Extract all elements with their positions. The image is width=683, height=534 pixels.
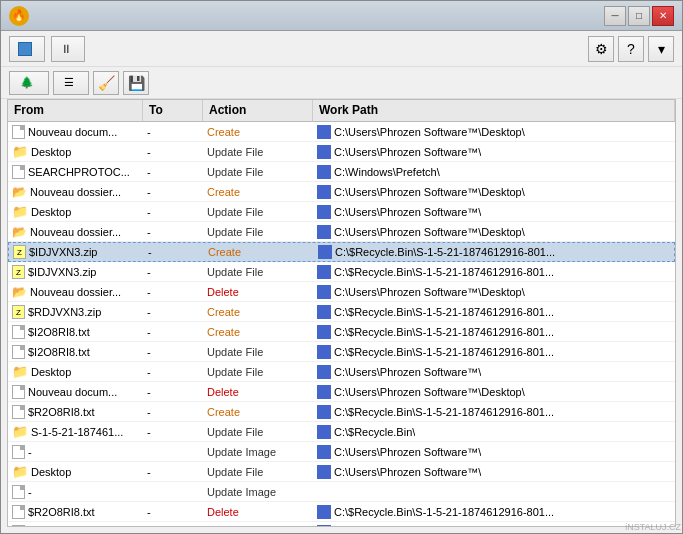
path-icon <box>317 385 331 399</box>
table-row[interactable]: $I2O8RI8.txt - Update File C:\$Recycle.B… <box>8 342 675 362</box>
folder-icon: 📁 <box>12 364 28 379</box>
header-path: Work Path <box>313 100 675 121</box>
minimize-button[interactable]: ─ <box>604 6 626 26</box>
table-row[interactable]: 📂Nouveau dossier... - Delete C:\Users\Ph… <box>8 282 675 302</box>
table-row[interactable]: $R2O8RI8.txt - Delete C:\$Recycle.Bin\S-… <box>8 502 675 522</box>
folder-icon: 📁 <box>12 464 28 479</box>
header-from: From <box>8 100 143 121</box>
path-cell: C:\$Recycle.Bin\S-1-5-21-1874612916-801.… <box>314 243 674 261</box>
action-cell: Update File <box>203 164 313 180</box>
table-row[interactable]: Z$RDJVXN3.zip - Create C:\$Recycle.Bin\S… <box>8 302 675 322</box>
watermark: iNSTALUJ.CZ <box>625 522 681 532</box>
table-row[interactable]: $I2O8RI8.txt - Create C:\$Recycle.Bin\S-… <box>8 322 675 342</box>
path-cell: C:\Users\Phrozen Software™\ <box>313 443 675 461</box>
action-cell: Create <box>203 184 313 200</box>
settings-button[interactable]: ⚙ <box>588 36 614 62</box>
view-toolbar: 🌲 ☰ 🧹 💾 <box>1 67 682 99</box>
list-icon: ☰ <box>64 76 74 89</box>
to-cell: - <box>143 324 203 340</box>
from-cell: $R2O8RI8.txt <box>8 403 143 421</box>
from-cell: $R2O8RI8.txt <box>8 503 143 521</box>
table-row[interactable]: 📁Desktop - Update File C:\Users\Phrozen … <box>8 142 675 162</box>
table-row[interactable]: Z$IDJVXN3.zip - Create C:\$Recycle.Bin\S… <box>8 242 675 262</box>
from-cell: $I2O8RI8.txt <box>8 323 143 341</box>
stop-icon <box>18 42 32 56</box>
path-cell: C:\$Recycle.Bin\S-1-5-21-1874612916-801.… <box>313 263 675 281</box>
path-cell: C:\Users\Phrozen Software™\Desktop\ <box>313 223 675 241</box>
table-row[interactable]: 📁Desktop - Update File C:\Users\Phrozen … <box>8 362 675 382</box>
table-body[interactable]: Nouveau docum... - Create C:\Users\Phroz… <box>8 122 675 526</box>
pause-button[interactable]: ⏸ <box>51 36 85 62</box>
zip-icon: Z <box>12 305 25 319</box>
file-doc-icon <box>12 385 25 399</box>
file-doc-icon <box>12 125 25 139</box>
table-row[interactable]: 📁S-1-5-21-187461... - Update File C:\$Re… <box>8 422 675 442</box>
path-icon <box>317 525 331 527</box>
from-cell: 📂Nouveau dossier... <box>8 183 143 201</box>
to-cell: - <box>143 364 203 380</box>
action-cell: Delete <box>203 384 313 400</box>
from-cell: 📁Desktop <box>8 362 143 381</box>
table-row[interactable]: 📁Desktop - Update File C:\Users\Phrozen … <box>8 202 675 222</box>
from-cell: 📁Desktop <box>8 202 143 221</box>
to-cell: - <box>143 384 203 400</box>
to-cell: - <box>143 304 203 320</box>
path-icon <box>317 465 331 479</box>
table-row[interactable]: 📂Nouveau dossier... - Create C:\Users\Ph… <box>8 182 675 202</box>
table-row[interactable]: $R2O8RI8.txt - Create C:\$Recycle.Bin\S-… <box>8 402 675 422</box>
path-cell: C:\Users\Phrozen Software™\Desktop\ <box>313 123 675 141</box>
action-cell: Update File <box>203 364 313 380</box>
pause-icon: ⏸ <box>60 42 72 56</box>
new-folder-icon: 📂 <box>12 285 27 299</box>
action-cell: Update Image <box>203 444 313 460</box>
action-cell: Update File <box>203 144 313 160</box>
table-row[interactable]: Z$RDJVXN3.zip - Delete C:\$Recycle.Bin\S… <box>8 522 675 526</box>
path-cell: C:\$Recycle.Bin\S-1-5-21-1874612916-801.… <box>313 403 675 421</box>
table-row[interactable]: 📁Desktop - Update File C:\Users\Phrozen … <box>8 462 675 482</box>
file-doc-icon <box>12 505 25 519</box>
stop-button[interactable] <box>9 36 45 62</box>
file-doc-icon <box>12 405 25 419</box>
title-buttons: ─ □ ✕ <box>604 6 674 26</box>
table-header: From To Action Work Path <box>8 100 675 122</box>
help-button[interactable]: ? <box>618 36 644 62</box>
table-row[interactable]: Z$IDJVXN3.zip - Update File C:\$Recycle.… <box>8 262 675 282</box>
table-row[interactable]: - Update Image <box>8 482 675 502</box>
action-cell: Update File <box>203 424 313 440</box>
from-cell: - <box>8 443 143 461</box>
close-button[interactable]: ✕ <box>652 6 674 26</box>
maximize-button[interactable]: □ <box>628 6 650 26</box>
table-row[interactable]: Nouveau docum... - Delete C:\Users\Phroz… <box>8 382 675 402</box>
to-cell: - <box>143 504 203 520</box>
list-button[interactable]: ☰ <box>53 71 89 95</box>
action-cell: Delete <box>203 284 313 300</box>
file-doc-icon <box>12 445 25 459</box>
from-cell: Z$IDJVXN3.zip <box>8 263 143 281</box>
path-cell: C:\Users\Phrozen Software™\ <box>313 463 675 481</box>
app-icon: 🔥 <box>9 6 29 26</box>
dropdown-button[interactable]: ▾ <box>648 36 674 62</box>
path-cell: C:\$Recycle.Bin\ <box>313 423 675 441</box>
table-row[interactable]: 📂Nouveau dossier... - Update File C:\Use… <box>8 222 675 242</box>
tree-icon: 🌲 <box>20 76 34 89</box>
eraser-button[interactable]: 🧹 <box>93 71 119 95</box>
tree-button[interactable]: 🌲 <box>9 71 49 95</box>
from-cell: Z$IDJVXN3.zip <box>9 243 144 261</box>
path-icon <box>317 265 331 279</box>
from-cell: SEARCHPROTOC... <box>8 163 143 181</box>
save-button[interactable]: 💾 <box>123 71 149 95</box>
table-row[interactable]: - Update Image C:\Users\Phrozen Software… <box>8 442 675 462</box>
table-row[interactable]: SEARCHPROTOC... - Update File C:\Windows… <box>8 162 675 182</box>
to-cell: - <box>143 404 203 420</box>
from-cell: - <box>8 483 143 501</box>
from-cell: Nouveau docum... <box>8 123 143 141</box>
title-bar: 🔥 ─ □ ✕ <box>1 1 682 31</box>
to-cell: - <box>143 184 203 200</box>
to-cell: - <box>143 224 203 240</box>
path-icon <box>317 285 331 299</box>
path-cell: C:\Users\Phrozen Software™\ <box>313 203 675 221</box>
path-icon <box>317 165 331 179</box>
table-row[interactable]: Nouveau docum... - Create C:\Users\Phroz… <box>8 122 675 142</box>
path-cell: C:\Users\Phrozen Software™\Desktop\ <box>313 383 675 401</box>
new-folder-icon: 📂 <box>12 225 27 239</box>
